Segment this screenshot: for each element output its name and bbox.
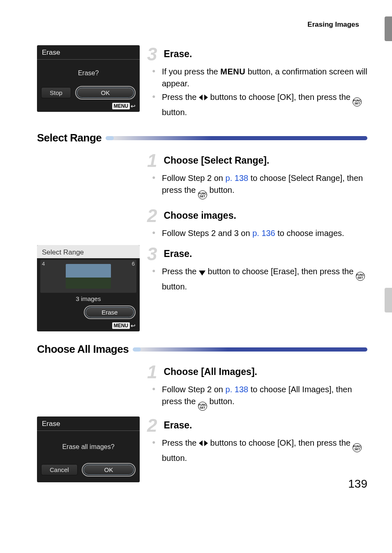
step-number: 1 [147, 152, 161, 170]
thumbnail-icon [66, 264, 111, 289]
lcd1-prompt: Erase? [37, 60, 140, 86]
page-number: 139 [348, 477, 367, 491]
section-title: Select Range [37, 132, 101, 144]
lcd3-ok-button[interactable]: OK [83, 465, 134, 475]
func-set-icon: FUNCSET [198, 402, 207, 411]
back-icon: ↩ [131, 322, 136, 329]
lcd3-ok-highlight: OK [82, 463, 136, 477]
lcd2-preview: 4 6 [40, 260, 136, 293]
step-title: Erase. [164, 420, 192, 430]
row-erase-confirm: Erase Erase? Stop OK MENU ↩ 3 Erase. [37, 45, 367, 120]
lcd1-title: Erase [37, 45, 140, 58]
ai-s1-head: 1 Choose [All Images]. [147, 363, 367, 381]
section-divider [134, 347, 367, 352]
left-right-icon [199, 94, 208, 101]
menu-word-icon: MENU [220, 67, 245, 76]
sr-s1-head: 1 Choose [Select Range]. [147, 152, 367, 170]
func-set-icon: FUNCSET [198, 190, 207, 199]
lcd3-title: Erase [37, 416, 140, 430]
step3a-bullet2: Press the buttons to choose [OK], then p… [162, 91, 367, 118]
ai-s1-bullet1: Follow Step 2 on p. 138 to choose [All I… [162, 384, 367, 411]
lcd-select-range: Select Range 4 6 3 images Erase MENU ↩ [37, 245, 140, 331]
menu-label: MENU [112, 322, 130, 329]
menu-label: MENU [112, 103, 130, 109]
step-number: 2 [147, 416, 161, 435]
left-right-icon [199, 440, 208, 447]
lcd2-erase-button[interactable]: Erase [85, 307, 134, 317]
section-title: Choose All Images [37, 343, 129, 356]
step-number: 2 [147, 207, 161, 225]
lcd1-ok-button[interactable]: OK [77, 88, 134, 98]
section-divider [107, 136, 367, 140]
func-set-icon: FUNCSET [353, 443, 362, 452]
page: Erasing Images Erase Erase? Stop OK MENU… [0, 0, 392, 503]
step3a-bullet1: If you press the MENU button, a confirma… [162, 66, 367, 90]
page-ref-link[interactable]: p. 138 [226, 385, 249, 394]
page-header: Erasing Images [37, 21, 367, 29]
svg-marker-2 [199, 271, 205, 275]
lcd2-erase-highlight: Erase [84, 305, 136, 319]
header-text: Erasing Images [307, 21, 359, 28]
step-title: Erase. [164, 248, 192, 259]
step-title: Choose [Select Range]. [164, 155, 269, 166]
ai-s2-head: 2 Erase. [147, 416, 367, 435]
lcd2-title: Select Range [37, 245, 140, 258]
step-number: 3 [147, 245, 161, 263]
lcd3-cancel-button[interactable]: Cancel [41, 464, 78, 475]
lcd1-stop-button[interactable]: Stop [41, 87, 71, 98]
lcd3-prompt: Erase all images? [37, 431, 140, 463]
sr-s3-bullet1: Press the button to choose [Erase], then… [162, 266, 367, 293]
svg-marker-3 [199, 440, 203, 446]
lcd2-caption: 3 images [37, 294, 140, 305]
range-start-count: 4 [42, 261, 45, 267]
func-set-icon: FUNCSET [356, 272, 365, 281]
step-title: Choose [All Images]. [164, 366, 257, 377]
lcd1-ok-highlight: OK [75, 86, 136, 99]
step-number: 3 [147, 45, 161, 63]
sr-s3-head: 3 Erase. [147, 245, 367, 263]
step3a-head: 3 Erase. [147, 45, 367, 63]
step-number: 1 [147, 363, 161, 381]
step-title: Choose images. [164, 210, 236, 221]
sr-s1-bullet1: Follow Step 2 on p. 138 to choose [Selec… [162, 172, 367, 199]
page-ref-link[interactable]: p. 138 [226, 174, 249, 183]
func-set-icon: FUNCSET [353, 97, 362, 106]
svg-marker-1 [204, 95, 208, 100]
svg-marker-0 [199, 95, 203, 100]
step-title: Erase. [164, 49, 192, 59]
section-select-range: Select Range [37, 132, 367, 144]
lcd-erase-all: Erase Erase all images? Cancel OK [37, 416, 140, 482]
down-icon [199, 270, 205, 275]
sr-s2-head: 2 Choose images. [147, 207, 367, 225]
svg-marker-4 [204, 440, 208, 446]
ai-s2-bullet1: Press the buttons to choose [OK], then p… [162, 437, 367, 464]
section-all-images: Choose All Images [37, 343, 367, 356]
back-icon: ↩ [131, 103, 136, 109]
lcd-erase-confirm: Erase Erase? Stop OK MENU ↩ [37, 45, 140, 112]
range-end-count: 6 [132, 261, 135, 267]
sr-s2-bullet1: Follow Steps 2 and 3 on p. 136 to choose… [162, 227, 367, 239]
page-ref-link[interactable]: p. 136 [252, 229, 275, 238]
